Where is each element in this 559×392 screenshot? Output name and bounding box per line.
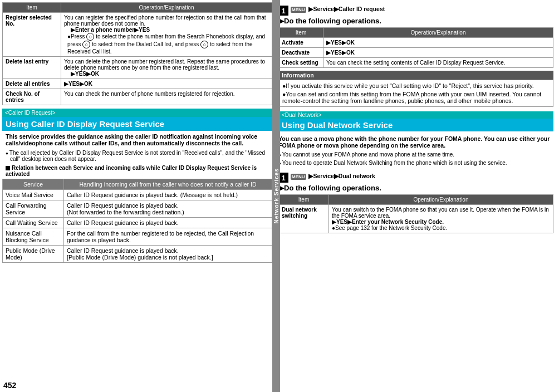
service-nuisance: Nuisance Call Blocking Service [3, 228, 64, 246]
caller-id-step: 1 MENU ▶Service▶Caller ID request [275, 2, 557, 17]
dual-bullet-2: You need to operate Dual Network Switchi… [275, 159, 557, 167]
table-row: Call Waiting Service Caller ID Request g… [3, 218, 272, 228]
item-dual-switching: Dual network switching [279, 205, 329, 233]
col-service: Service [3, 179, 64, 190]
relation-header: Relation between each Service and incomi… [2, 163, 272, 179]
op-dual-switching: You can switch to the FOMA phone so that… [329, 205, 553, 233]
handling-callwaiting: Caller ID Request guidance is played bac… [64, 218, 272, 228]
dual-network-section: <Dual Network> Using Dual Network Servic… [275, 111, 557, 233]
col-item: Item [3, 3, 61, 13]
col-item-dual: Item [279, 195, 329, 205]
item-register: Register selected No. [3, 13, 61, 57]
dual-network-title: Using Dual Network Service [278, 119, 553, 131]
table-row: Activate ▶YES▶OK [279, 38, 553, 48]
service-voicemail: Voice Mail Service [3, 190, 64, 200]
op-delete-last: You can delete the phone number register… [61, 57, 272, 79]
op-check-entries: You can check the number of phone number… [61, 89, 272, 105]
op-register: You can register the specified phone num… [61, 13, 272, 57]
dual-network-table: Item Operation/Explanation Dual network … [278, 194, 553, 233]
op-check-setting: You can check the setting contents of Ca… [323, 58, 553, 68]
information-section: Information ●If you activate this servic… [278, 71, 553, 107]
col-operation: Operation/Explanation [61, 3, 272, 13]
op-activate: ▶YES▶OK [323, 38, 553, 48]
service-publicmode: Public Mode (Drive Mode) [3, 246, 64, 263]
item-delete-last: Delete last entry [3, 57, 61, 79]
caller-id-bullet-1: The call rejected by Caller ID Display R… [2, 149, 272, 163]
table-row: Delete all entries ▶YES▶OK [3, 79, 272, 89]
op-delete-all: ▶YES▶OK [61, 79, 272, 89]
dual-network-tag: <Dual Network> [278, 111, 553, 119]
menu-button-icon: MENU [291, 7, 306, 13]
table-row: Public Mode (Drive Mode) Caller ID Reque… [3, 246, 272, 263]
dual-network-step: 1 MENU ▶Service▶Dual network [275, 169, 557, 184]
menu-button-icon-2: MENU [291, 174, 306, 180]
right-panel: 1 MENU ▶Service▶Caller ID request ▶Do th… [273, 0, 559, 392]
caller-id-ops-table: Item Operation/Explanation Activate ▶YES… [278, 27, 553, 68]
do-following: ▶Do the following operations. [275, 17, 557, 27]
service-table: Service Handling incoming call from the … [2, 179, 272, 263]
col-item-r: Item [279, 28, 323, 38]
dual-do-following: ▶Do the following operations. [275, 184, 557, 194]
table-row: Check No. of entries You can check the n… [3, 89, 272, 105]
op-deactivate: ▶YES▶OK [323, 48, 553, 58]
information-label: Information [278, 71, 553, 80]
table-row: Call Forwarding Service Caller ID Reques… [3, 200, 272, 218]
table-row: Dual network switching You can switch to… [279, 205, 553, 233]
caller-id-tag: <Caller ID Request> [2, 109, 272, 117]
handling-callforward: Caller ID Request guidance is played bac… [64, 200, 272, 218]
network-services-sidebar: Network Services [272, 0, 280, 392]
table-row: Deactivate ▶YES▶OK [279, 48, 553, 58]
item-check-entries: Check No. of entries [3, 89, 61, 105]
handling-publicmode: Caller ID Request guidance is played bac… [64, 246, 272, 263]
item-deactivate: Deactivate [279, 48, 323, 58]
col-handling: Handling incoming call from the caller w… [64, 179, 272, 190]
left-panel: Item Operation/Explanation Register sele… [0, 0, 273, 392]
service-callforward: Call Forwarding Service [3, 200, 64, 218]
table-row: Check setting You can check the setting … [279, 58, 553, 68]
handling-nuisance: For the call from the number registered … [64, 228, 272, 246]
table-row: Nuisance Call Blocking Service For the c… [3, 228, 272, 246]
sidebar-label: Network Services [273, 168, 280, 223]
col-op-dual: Operation/Explanation [329, 195, 553, 205]
rejection-table: Item Operation/Explanation Register sele… [2, 2, 272, 105]
caller-id-section: <Caller ID Request> Using Caller ID Disp… [2, 109, 272, 263]
dual-step-content: MENU ▶Service▶Dual network [291, 173, 553, 179]
item-check-setting: Check setting [279, 58, 323, 68]
table-row: Delete last entry You can delete the pho… [3, 57, 272, 79]
caller-id-title: Using Caller ID Display Request Service [2, 117, 272, 131]
table-row: Voice Mail Service Caller ID Request gui… [3, 190, 272, 200]
item-activate: Activate [279, 38, 323, 48]
dual-network-body: You can use a mova phone with the phone … [275, 134, 557, 150]
col-op-r: Operation/Explanation [323, 28, 553, 38]
information-content: ●If you activate this service while you … [278, 80, 553, 107]
item-delete-all: Delete all entries [3, 79, 61, 89]
step-content: MENU ▶Service▶Caller ID request [291, 6, 553, 12]
table-row: Register selected No. You can register t… [3, 13, 272, 57]
page-number: 452 [3, 381, 16, 390]
dual-bullet-1: You cannot use your FOMA phone and mova … [275, 150, 557, 159]
caller-id-body: This service provides the guidance askin… [2, 131, 272, 149]
service-callwaiting: Call Waiting Service [3, 218, 64, 228]
handling-voicemail: Caller ID Request guidance is played bac… [64, 190, 272, 200]
